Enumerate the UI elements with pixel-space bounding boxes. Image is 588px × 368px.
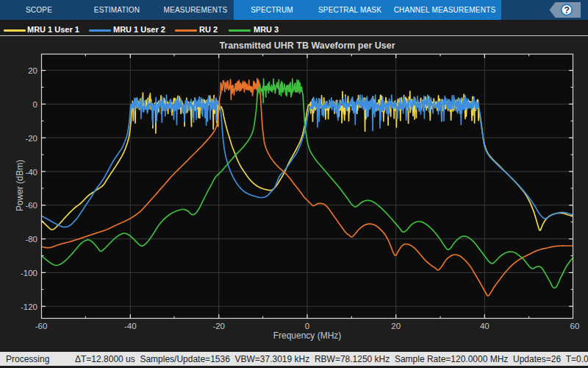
svg-text:60: 60 [570, 322, 580, 330]
svg-text:20: 20 [28, 66, 37, 75]
svg-text:-100: -100 [21, 269, 37, 277]
svg-text:-20: -20 [25, 134, 37, 143]
svg-text:-20: -20 [212, 322, 225, 330]
svg-text:-40: -40 [124, 322, 137, 330]
svg-text:0: 0 [305, 322, 309, 330]
svg-text:-60: -60 [25, 201, 37, 210]
svg-text:-60: -60 [35, 322, 48, 330]
svg-text:-80: -80 [25, 235, 37, 244]
svg-text:Frequency (MHz): Frequency (MHz) [273, 330, 342, 341]
svg-text:40: 40 [480, 322, 490, 330]
svg-text:20: 20 [391, 322, 401, 330]
svg-text:?: ? [564, 5, 570, 15]
svg-text:Power (dBm): Power (dBm) [15, 160, 25, 211]
svg-text:-120: -120 [21, 302, 37, 311]
svg-text:-40: -40 [25, 168, 37, 177]
svg-text:0: 0 [33, 100, 37, 109]
